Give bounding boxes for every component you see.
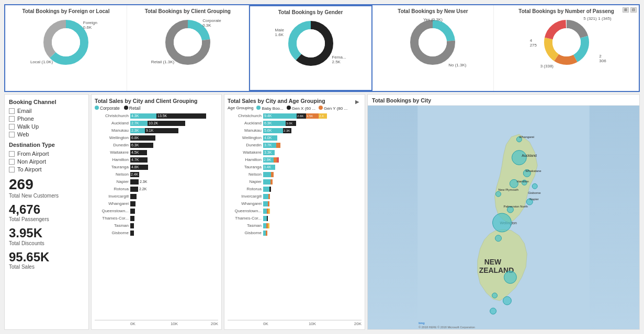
svg-point-23 [493, 213, 512, 232]
bar-row-waitakere: Waitakere 4.5K [95, 149, 218, 156]
bar-row-whangarei: Whangarei [95, 200, 218, 207]
bar-row-tauranga: Tauranga 4.8K [95, 164, 218, 170]
age-bar-rotorua: Rotorua [228, 186, 361, 192]
bar-row-rotorua: Rotorua 2.2K [95, 186, 218, 192]
donut-passengers-title: Total Bookings by Number of Passeng [518, 8, 614, 14]
bar-row-invercargill: Invercargill [95, 193, 218, 200]
svg-text:Whakatane: Whakatane [525, 169, 541, 172]
svg-point-30 [490, 308, 496, 314]
legend-age-grouping-label: Age Grouping [228, 106, 253, 111]
donut-gender-title: Total Bookings by Gender [278, 9, 343, 15]
svg-point-22 [512, 151, 526, 165]
bar-row-christchurch: Christchurch 4.3K 13.5K [95, 112, 218, 119]
age-bar-waitakere: Waitakere 3.3K [228, 149, 361, 156]
age-bar-tasman: Tasman [228, 222, 361, 229]
bar-row-nelson: Nelson 2.4K [95, 171, 218, 178]
filter-email[interactable]: Email [9, 108, 84, 114]
map-panel: Total Bookings by City Wellington [367, 94, 640, 330]
sidebar: Booking Channel Email Phone Walk Up Web … [4, 94, 89, 330]
svg-text:bing: bing [419, 321, 424, 325]
donut-new-user: Total Bookings by New User Yes (0.3K) No… [372, 5, 494, 91]
donut-new-user-title: Total Bookings by New User [398, 8, 468, 14]
age-bar-napier: Napier [228, 178, 361, 185]
svg-point-17 [552, 28, 581, 56]
svg-text:NEW: NEW [484, 258, 502, 266]
svg-text:Whangarei: Whangarei [519, 135, 534, 139]
legend-gen-x: Gen X (60 ... [287, 106, 315, 111]
destination-type-title: Destination Type [9, 142, 84, 148]
age-bar-queenstown: Queenstown... [228, 208, 361, 214]
bar-row-hamilton: Hamilton 4.7K [95, 156, 218, 163]
legend-retail: Retail [124, 106, 141, 111]
bar-row-dunedin: Dunedin 6.3K [95, 142, 218, 148]
svg-point-34 [532, 183, 537, 189]
bar-row-napier: Napier 2.3K [95, 178, 218, 185]
donut-foreign-local: Total Bookings by Foreign or Local Forei… [5, 5, 127, 91]
svg-point-2 [52, 28, 80, 56]
bar-row-tasman: Tasman [95, 222, 218, 229]
svg-point-32 [496, 191, 501, 197]
bar-row-auckland: Auckland 2.7K 10.2K [95, 120, 218, 126]
svg-point-24 [504, 271, 516, 284]
age-bar-thames: Thames-Cor... [228, 215, 361, 222]
donut-passengers: Total Bookings by Number of Passeng 5 (3… [494, 5, 639, 91]
filter-to-airport[interactable]: To Airport [9, 166, 84, 172]
legend-baby-boomers: Baby Boo... [256, 106, 283, 111]
donut-client-grouping: Total Bookings by Client Grouping Corpor… [127, 5, 249, 91]
age-bar-nelson: Nelson [228, 171, 361, 178]
svg-point-29 [503, 296, 512, 305]
age-bar-invercargill: Invercargill [228, 193, 361, 200]
bar-row-thames: Thames-Cor... [95, 215, 218, 222]
age-bar-gisborne: Gisborne [228, 229, 361, 236]
filter-non-airport[interactable]: Non Airport [9, 158, 84, 165]
age-bar-dunedin: Dunedin 3.7K [228, 142, 361, 148]
svg-text:Napier: Napier [529, 198, 539, 201]
legend-corporate: Corporate [95, 106, 120, 111]
filter-walkup[interactable]: Walk Up [9, 123, 84, 130]
svg-text:New Plymouth: New Plymouth [499, 188, 518, 191]
legend-gen-y: Gen Y (80 ... [319, 106, 347, 111]
svg-text:© 2018 HERE  © 2018 Microsoft : © 2018 HERE © 2018 Microsoft Corporation [419, 326, 474, 329]
svg-point-8 [297, 29, 325, 57]
svg-point-36 [492, 293, 498, 298]
bar-row-manukau: Manukau 2.3K 9.1K [95, 127, 218, 134]
filter-from-airport[interactable]: From Airport [9, 151, 84, 157]
city-age-chart-title: Total Sales by City and Age Grouping [228, 98, 325, 104]
age-bar-whangarei: Whangarei [228, 200, 361, 207]
svg-text:Auckland: Auckland [522, 154, 537, 157]
city-client-chart: Total Sales by City and Client Grouping … [91, 94, 222, 330]
svg-text:Gisborne: Gisborne [528, 191, 541, 194]
nav-arrow-right[interactable]: ▶ [353, 99, 361, 105]
svg-point-11 [419, 28, 447, 56]
city-age-chart: Total Sales by City and Age Grouping ▶ A… [224, 94, 365, 330]
kpi-new-customers: 269 Total New Customers [9, 177, 84, 199]
city-client-chart-title: Total Sales by City and Client Grouping [95, 98, 218, 104]
svg-text:Hamilton: Hamilton [516, 180, 529, 183]
bar-row-wellington: Wellington 6.8K [95, 134, 218, 141]
donut-gender: Total Bookings by Gender Male1.6K Fema..… [249, 5, 372, 91]
booking-channel-title: Booking Channel [9, 99, 84, 105]
filter-phone[interactable]: Phone [9, 116, 84, 122]
kpi-sales: 95.65K Total Sales [9, 250, 84, 270]
age-bar-manukau: Manukau 5.6K 2.3K [228, 127, 361, 134]
age-bar-auckland: Auckland 6.3K 3.0K [228, 120, 361, 126]
age-bar-christchurch: Christchurch 9.4K 2.6K 3.5K 2.4 [228, 112, 361, 119]
age-bar-wellington: Wellington 4.0K [228, 134, 361, 141]
kpi-passengers: 4,676 Total Passengers [9, 203, 84, 222]
bar-row-queenstown: Queenstown... [95, 208, 218, 214]
filter-web[interactable]: Web [9, 131, 84, 137]
svg-point-5 [174, 28, 202, 56]
donut-foreign-local-title: Total Bookings by Foreign or Local [22, 8, 109, 14]
bar-row-gisborne: Gisborne [95, 229, 218, 236]
donut-client-title: Total Bookings by Client Grouping [145, 8, 231, 14]
map-title: Total Bookings by City [368, 95, 639, 106]
kpi-discounts: 3.95K Total Discounts [9, 226, 84, 246]
age-bar-tauranga: Tauranga 3.4K [228, 164, 361, 170]
svg-point-28 [495, 235, 502, 241]
svg-text:Palmerston North: Palmerston North [504, 205, 528, 208]
age-bar-hamilton: Hamilton 2.9K [228, 156, 361, 163]
